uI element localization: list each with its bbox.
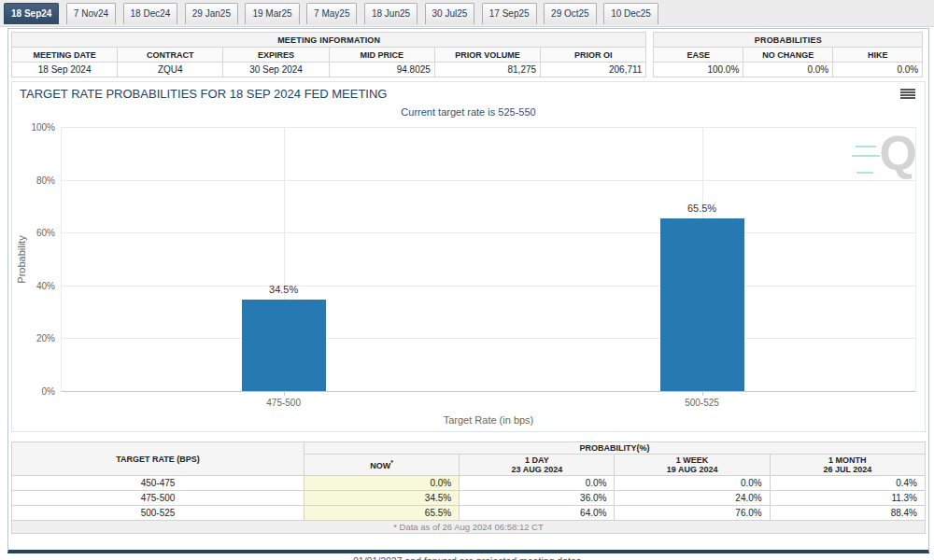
one-day-header: 1 DAY 23 AUG 2024	[460, 455, 615, 476]
target-rate-chart: TARGET RATE PROBABILITIES FOR 18 SEP 202…	[11, 81, 926, 432]
ytick-40: 40%	[18, 281, 55, 291]
now-header: NOW*	[304, 455, 459, 476]
tab-7-nov24[interactable]: 7 Nov24	[66, 3, 116, 24]
rate-500-525: 500-525	[12, 506, 304, 521]
rate-475-500: 475-500	[12, 491, 304, 506]
quikstrike-watermark-icon: Q	[880, 129, 917, 177]
tab-17-sep25[interactable]: 17 Sep25	[482, 3, 537, 24]
data-as-of-footnote: * Data as of 26 Aug 2024 06:58:12 CT	[12, 521, 926, 534]
col-prior-oi: PRIOR OI	[541, 48, 646, 63]
meeting-date-value: 18 Sep 2024	[12, 63, 118, 77]
table-row: 475-500 34.5% 36.0% 24.0% 11.3%	[12, 491, 926, 506]
tab-30-jul25[interactable]: 30 Jul25	[425, 3, 475, 24]
contract-value: ZQU4	[118, 63, 223, 77]
ytick-60: 60%	[18, 228, 55, 238]
mid-price-value: 94.8025	[329, 63, 434, 77]
ytick-0: 0%	[18, 386, 55, 397]
probability-history-table: TARGET RATE (BPS) PROBABILITY(%) NOW* 1 …	[11, 441, 926, 534]
col-no-change: NO CHANGE	[743, 48, 833, 63]
tab-29-jan25[interactable]: 29 Jan25	[185, 3, 238, 24]
col-expires: EXPIRES	[223, 48, 329, 63]
col-prior-volume: PRIOR VOLUME	[434, 48, 540, 63]
y-axis-title: Probability	[14, 127, 29, 392]
month-475-500: 11.3%	[770, 491, 925, 506]
bar-label-500-525: 65.5%	[660, 203, 744, 214]
xcat-500-525: 500-525	[685, 398, 719, 408]
xcat-475-500: 475-500	[266, 398, 301, 408]
now-475-500: 34.5%	[304, 491, 459, 506]
x-axis-title: Target Rate (in bps)	[62, 414, 915, 426]
probabilities-summary-table: PROBABILITIES EASE NO CHANGE HIKE 100.0%…	[653, 32, 923, 77]
bar-label-475-500: 34.5%	[242, 284, 326, 295]
tab-18-sep24[interactable]: 18 Sep24	[4, 3, 59, 24]
month-500-525: 88.4%	[770, 506, 925, 521]
tab-10-dec25[interactable]: 10 Dec25	[603, 3, 658, 24]
week-500-525: 76.0%	[615, 506, 770, 521]
chart-subtitle: Current target rate is 525-550	[12, 106, 925, 118]
now-500-525: 65.5%	[304, 506, 459, 521]
table-row: 500-525 65.5% 64.0% 76.0% 88.4%	[12, 506, 926, 521]
one-week-header: 1 WEEK 19 AUG 2024	[615, 455, 770, 476]
ytick-20: 20%	[18, 333, 55, 343]
bar-500-525[interactable]	[660, 218, 744, 391]
col-hike: HIKE	[833, 48, 923, 63]
week-475-500: 24.0%	[615, 491, 770, 506]
bar-slot-500-525: 65.5%	[660, 127, 744, 391]
hamburger-menu-icon[interactable]	[900, 89, 915, 101]
bar-475-500[interactable]	[242, 300, 326, 391]
plot-area: 100% 80% 60% 40% 20% 0% 34.5% 65.5% 475-…	[61, 127, 916, 392]
tab-29-oct25[interactable]: 29 Oct25	[544, 3, 597, 24]
day-475-500: 36.0%	[460, 491, 615, 506]
rate-450-475: 450-475	[12, 476, 304, 491]
col-ease: EASE	[654, 48, 743, 63]
day-500-525: 64.0%	[460, 506, 615, 521]
chart-title: TARGET RATE PROBABILITIES FOR 18 SEP 202…	[20, 87, 387, 101]
fedwatch-main-panel: MEETING INFORMATION MEETING DATE CONTRAC…	[7, 28, 929, 553]
meeting-date-tabbar: 18 Sep24 7 Nov24 18 Dec24 29 Jan25 19 Ma…	[0, 0, 934, 27]
table-row: 450-475 0.0% 0.0% 0.0% 0.4%	[12, 476, 926, 491]
one-month-header: 1 MONTH 26 JUL 2024	[770, 455, 925, 476]
tab-18-dec24[interactable]: 18 Dec24	[123, 3, 178, 24]
prior-volume-value: 81,275	[434, 63, 540, 77]
month-450-475: 0.4%	[770, 476, 925, 491]
no-change-value: 0.0%	[743, 63, 833, 77]
probability-group-header: PROBABILITY(%)	[304, 442, 925, 455]
col-mid-price: MID PRICE	[329, 48, 434, 63]
ease-value: 100.0%	[654, 63, 743, 77]
col-meeting-date: MEETING DATE	[12, 48, 118, 63]
day-450-475: 0.0%	[460, 476, 615, 491]
col-contract: CONTRACT	[118, 48, 223, 63]
probabilities-title: PROBABILITIES	[654, 33, 923, 48]
info-row: MEETING INFORMATION MEETING DATE CONTRAC…	[8, 29, 928, 79]
projected-meetings-note: 01/01/2027 and forward are projected mee…	[0, 555, 934, 560]
target-rate-header: TARGET RATE (BPS)	[12, 442, 304, 476]
tab-19-mar25[interactable]: 19 Mar25	[245, 3, 299, 24]
week-450-475: 0.0%	[615, 476, 770, 491]
hike-value: 0.0%	[833, 63, 923, 77]
prior-oi-value: 206,711	[541, 63, 646, 77]
meeting-information-table: MEETING INFORMATION MEETING DATE CONTRAC…	[11, 32, 646, 77]
ytick-80: 80%	[18, 175, 55, 186]
ytick-100: 100%	[18, 122, 55, 133]
bar-slot-475-500: 34.5%	[242, 127, 326, 391]
tab-7-may25[interactable]: 7 May25	[306, 3, 357, 24]
expires-value: 30 Sep 2024	[223, 63, 329, 77]
meeting-info-title: MEETING INFORMATION	[12, 33, 646, 48]
tab-18-jun25[interactable]: 18 Jun25	[364, 3, 417, 24]
now-450-475: 0.0%	[304, 476, 459, 491]
